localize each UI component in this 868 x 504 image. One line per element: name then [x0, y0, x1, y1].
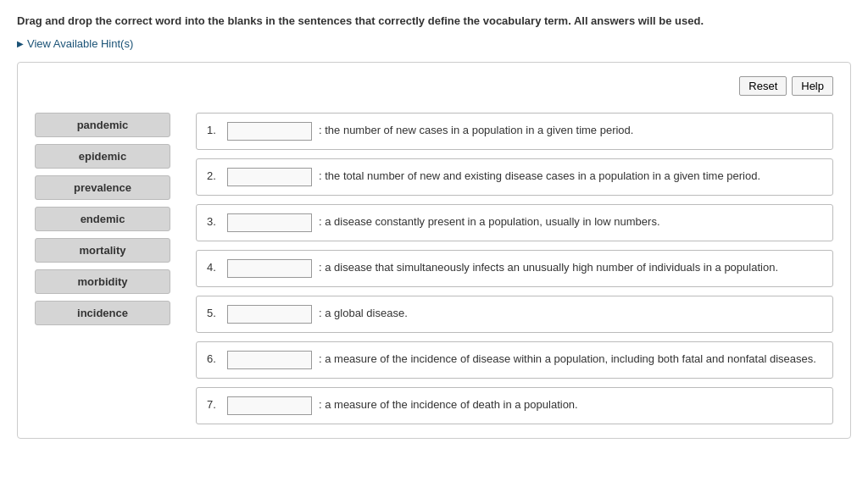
drop-zone-3[interactable] [227, 213, 312, 232]
content-area: pandemicepidemicprevalenceendemicmortali… [35, 113, 833, 424]
sentence-number-4: 4. [207, 259, 220, 276]
word-chip-prevalence[interactable]: prevalence [35, 175, 170, 200]
sentence-box-7: 7.: a measure of the incidence of death … [196, 387, 833, 424]
drop-zone-7[interactable] [227, 396, 312, 415]
sentence-text-4: : a disease that simultaneously infects … [319, 259, 778, 276]
sentence-text-1: : the number of new cases in a populatio… [319, 122, 633, 139]
drop-zone-2[interactable] [227, 168, 312, 186]
sentence-box-5: 5.: a global disease. [196, 296, 833, 333]
sentence-number-2: 2. [207, 168, 220, 185]
word-chip-epidemic[interactable]: epidemic [35, 144, 170, 169]
hint-link[interactable]: View Available Hint(s) [17, 37, 851, 50]
word-chip-incidence[interactable]: incidence [35, 301, 170, 325]
word-chip-morbidity[interactable]: morbidity [35, 269, 170, 294]
sentences-area: 1.: the number of new cases in a populat… [196, 113, 833, 424]
sentence-text-6: : a measure of the incidence of disease … [319, 351, 816, 368]
sentence-box-3: 3.: a disease constantly present in a po… [196, 204, 833, 241]
drop-zone-5[interactable] [227, 305, 312, 324]
main-container: Reset Help pandemicepidemicprevalenceend… [17, 62, 851, 439]
word-bank: pandemicepidemicprevalenceendemicmortali… [35, 113, 170, 424]
sentence-text-7: : a measure of the incidence of death in… [319, 396, 578, 413]
drop-zone-1[interactable] [227, 122, 312, 141]
sentence-number-5: 5. [207, 305, 220, 322]
drop-zone-4[interactable] [227, 259, 312, 278]
sentence-number-3: 3. [207, 213, 220, 230]
sentence-box-1: 1.: the number of new cases in a populat… [196, 113, 833, 150]
sentence-text-2: : the total number of new and existing d… [319, 168, 760, 185]
sentence-text-3: : a disease constantly present in a popu… [319, 213, 660, 230]
instructions-text: Drag and drop the correct word into the … [17, 14, 851, 29]
help-button[interactable]: Help [792, 76, 833, 96]
sentence-box-4: 4.: a disease that simultaneously infect… [196, 250, 833, 287]
sentence-number-1: 1. [207, 122, 220, 139]
top-bar: Reset Help [35, 76, 833, 96]
drop-zone-6[interactable] [227, 351, 312, 369]
word-chip-pandemic[interactable]: pandemic [35, 113, 170, 137]
sentence-number-6: 6. [207, 351, 220, 368]
reset-button[interactable]: Reset [739, 76, 787, 96]
word-chip-mortality[interactable]: mortality [35, 238, 170, 263]
sentence-number-7: 7. [207, 396, 220, 413]
sentence-box-2: 2.: the total number of new and existing… [196, 158, 833, 196]
word-chip-endemic[interactable]: endemic [35, 207, 170, 231]
sentence-text-5: : a global disease. [319, 305, 408, 322]
sentence-box-6: 6.: a measure of the incidence of diseas… [196, 341, 833, 379]
